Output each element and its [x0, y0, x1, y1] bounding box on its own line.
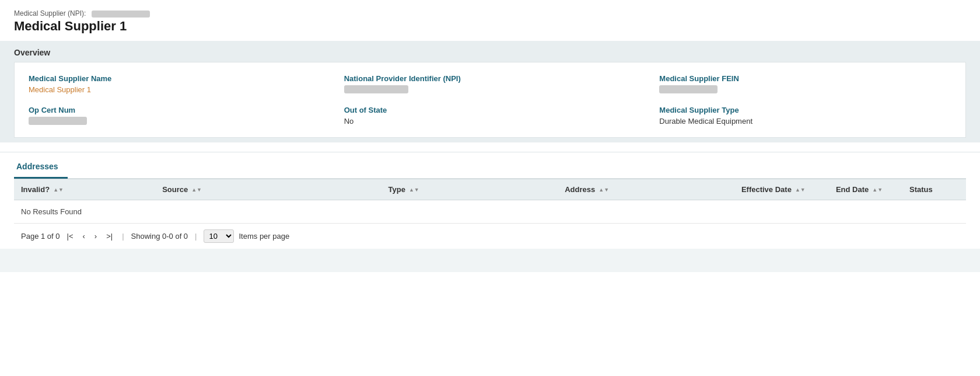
- supplier-type-value: Durable Medical Equipment: [659, 117, 951, 126]
- field-fein: Medical Supplier FEIN: [659, 74, 951, 94]
- pagination-divider-2: |: [195, 232, 197, 241]
- field-supplier-name: Medical Supplier Name Medical Supplier 1: [29, 74, 321, 94]
- showing-label: Showing 0-0 of 0: [131, 232, 188, 241]
- pagination-divider: |: [122, 232, 124, 241]
- npi-value: [344, 85, 408, 93]
- col-header-end-date[interactable]: End Date ▲▼: [829, 179, 902, 200]
- header-section: Medical Supplier (NPI): Medical Supplier…: [0, 0, 980, 41]
- sort-icon-invalid[interactable]: ▲▼: [53, 187, 64, 193]
- tabs-section: Addresses Invalid? ▲▼ Sou: [0, 152, 980, 249]
- col-header-type[interactable]: Type ▲▼: [382, 179, 558, 200]
- header-subtitle: Medical Supplier (NPI):: [14, 9, 966, 18]
- addresses-table: Invalid? ▲▼ Source ▲▼ Ty: [14, 179, 966, 200]
- overview-card: Medical Supplier Name Medical Supplier 1…: [14, 62, 966, 138]
- no-results-message: No Results Found: [14, 200, 966, 223]
- col-header-status: Status: [902, 179, 966, 200]
- field-npi: National Provider Identifier (NPI): [344, 74, 636, 94]
- op-cert-label: Op Cert Num: [29, 106, 321, 114]
- op-cert-value: [29, 117, 87, 125]
- next-page-button[interactable]: ›: [92, 231, 99, 242]
- col-header-effective-date[interactable]: Effective Date ▲▼: [734, 179, 829, 200]
- overview-section: Overview Medical Supplier Name Medical S…: [0, 41, 980, 142]
- npi-redacted-header: [92, 11, 150, 18]
- items-per-page-select[interactable]: 10 25 50 100: [204, 229, 234, 243]
- field-op-cert: Op Cert Num: [29, 106, 321, 126]
- supplier-name-label: Medical Supplier Name: [29, 74, 321, 83]
- supplier-type-label: Medical Supplier Type: [659, 106, 951, 114]
- page-label: Page 1 of 0: [21, 232, 60, 241]
- table-section: Invalid? ▲▼ Source ▲▼ Ty: [14, 179, 966, 249]
- out-of-state-label: Out of State: [344, 106, 636, 114]
- tabs-row: Addresses: [14, 152, 966, 179]
- out-of-state-value: No: [344, 117, 636, 126]
- sort-icon-effective-date[interactable]: ▲▼: [795, 187, 806, 193]
- npi-label: National Provider Identifier (NPI): [344, 74, 636, 83]
- field-supplier-type: Medical Supplier Type Durable Medical Eq…: [659, 106, 951, 126]
- sort-icon-end-date[interactable]: ▲▼: [872, 187, 883, 193]
- col-header-invalid[interactable]: Invalid? ▲▼: [14, 179, 155, 200]
- supplier-name-value: Medical Supplier 1: [29, 85, 321, 94]
- table-header-row: Invalid? ▲▼ Source ▲▼ Ty: [14, 179, 966, 200]
- sort-icon-type[interactable]: ▲▼: [409, 187, 419, 193]
- last-page-button[interactable]: >|: [104, 231, 115, 242]
- overview-fields: Medical Supplier Name Medical Supplier 1…: [29, 74, 951, 126]
- page-title: Medical Supplier 1: [14, 19, 966, 34]
- bottom-spacer: [0, 249, 980, 272]
- col-header-address[interactable]: Address ▲▼: [558, 179, 734, 200]
- first-page-button[interactable]: |<: [65, 231, 76, 242]
- sort-icon-source[interactable]: ▲▼: [191, 187, 202, 193]
- items-per-page-suffix: Items per page: [239, 232, 289, 241]
- fein-value: [659, 85, 718, 93]
- prev-page-button[interactable]: ‹: [80, 231, 87, 242]
- sort-icon-address[interactable]: ▲▼: [598, 187, 609, 193]
- col-header-source[interactable]: Source ▲▼: [155, 179, 381, 200]
- tab-addresses[interactable]: Addresses: [14, 157, 68, 179]
- pagination-bar: Page 1 of 0 |< ‹ › >| | Showing 0-0 of 0…: [14, 223, 966, 249]
- subtitle-label: Medical Supplier (NPI):: [14, 9, 86, 18]
- fein-label: Medical Supplier FEIN: [659, 74, 951, 83]
- overview-label: Overview: [14, 48, 966, 57]
- field-out-of-state: Out of State No: [344, 106, 636, 126]
